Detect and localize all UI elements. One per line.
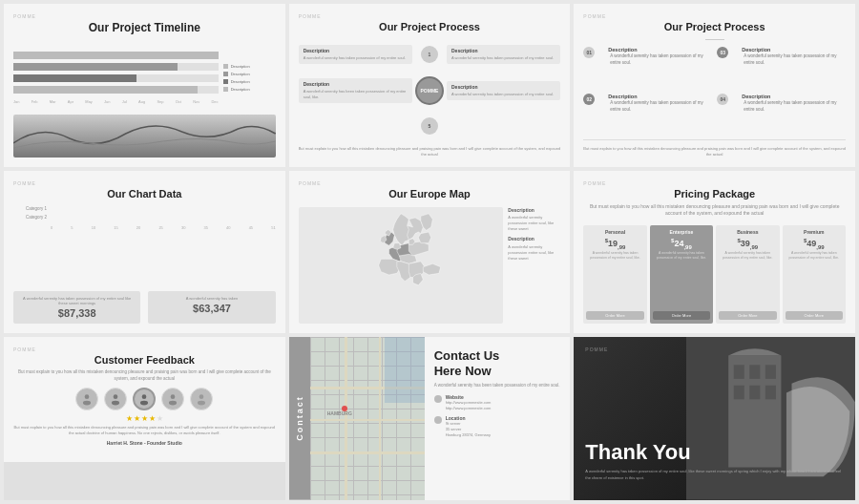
price-personal-label: Personal — [605, 229, 625, 235]
price-enterprise-value: $24,99 — [671, 238, 692, 250]
timeline-image — [13, 115, 276, 158]
process-circle-1: 1 — [421, 46, 438, 63]
feedback-content-wrapper: POMME Customer Feedback But must explain… — [13, 346, 276, 445]
website-icon — [434, 395, 442, 403]
stat-2-label: A wonderful serenity has taken — [153, 296, 270, 301]
svg-point-6 — [171, 394, 176, 399]
price-personal-value: $19,99 — [605, 238, 626, 250]
price-enterprise-btn[interactable]: Order More — [653, 311, 710, 320]
badge-03: 03 — [717, 47, 728, 58]
thankyou-body: A wonderful serenity has taken possessio… — [585, 469, 844, 481]
slide-5-title: Our Europe Map — [299, 188, 561, 200]
slide-customer-feedback: POMME Customer Feedback But must explain… — [4, 337, 285, 500]
svg-point-8 — [199, 394, 204, 399]
contact-info-panel: Contact UsHere Now A wonderful serenity … — [425, 337, 571, 500]
map-descriptions: Description A wonderful serenity possess… — [508, 207, 560, 325]
numbered-item-1: 01 Description A wonderful serenity has … — [583, 47, 712, 89]
svg-point-2 — [114, 394, 118, 399]
contact-desc: A wonderful serenity has been taken poss… — [434, 383, 561, 389]
feedback-background — [4, 462, 285, 500]
contact-title: Contact UsHere Now — [434, 348, 561, 378]
svg-rect-13 — [749, 366, 760, 380]
price-personal: Personal $19,99 A wonderful serenity has… — [583, 225, 646, 325]
svg-point-9 — [198, 401, 205, 406]
brand-label-3: POMME — [583, 13, 846, 19]
slide-europe-map: POMME Our Europe Map — [289, 171, 571, 334]
process-circle-5: 5 — [421, 117, 438, 135]
thankyou-brand: POMME — [585, 346, 608, 352]
process-bottom-text: But must explain to you how all this mis… — [299, 146, 561, 158]
numbered-process-grid: 01 Description A wonderful serenity has … — [583, 47, 846, 136]
svg-point-4 — [142, 394, 147, 399]
chart-axis: 05101520253035404551 — [13, 225, 276, 230]
map-content: Description A wonderful serenity possess… — [299, 207, 561, 325]
stat-box-2: A wonderful serenity has taken $63,347 — [148, 291, 275, 324]
feedback-avatars — [13, 388, 276, 410]
avatar-1 — [75, 388, 98, 410]
thankyou-text-block: Thank You A wonderful serenity has taken… — [585, 440, 844, 481]
badge-01: 01 — [583, 47, 595, 58]
price-premium-btn[interactable]: Order More — [786, 311, 843, 320]
chart-row-1: Category 1 — [13, 206, 276, 211]
slide-contact: Contact HAMBURG Contact UsHere Now A won… — [289, 337, 571, 500]
chart-stats: A wonderful serenity has taken possessio… — [13, 291, 276, 324]
svg-point-3 — [112, 401, 119, 406]
price-premium-label: Premium — [804, 229, 824, 235]
price-business-btn[interactable]: Order More — [719, 311, 776, 320]
badge-02: 02 — [583, 94, 595, 105]
slide-2-title: Our Project Process — [299, 21, 561, 32]
feedback-author: Harriet H. Stone - Founder Studio — [13, 440, 276, 446]
process-center-label: POMME — [415, 76, 444, 105]
process-box-2: Description A wonderful serenity has tak… — [447, 45, 560, 64]
svg-point-7 — [169, 401, 177, 406]
process-box-4: Description A wonderful serenity has tak… — [447, 81, 560, 100]
contact-website: Website http://www.pommesite.comhttp://w… — [434, 394, 561, 411]
feedback-quote-text: But must explain to you how all this mis… — [13, 425, 276, 437]
avatar-2 — [104, 388, 127, 410]
numbered-item-4: 04 Description A wonderful serenity has … — [717, 94, 846, 136]
slide-project-process-2: POMME Our Project Process 01 Description… — [574, 4, 855, 167]
feedback-subtitle: But must explain to you how all this mis… — [13, 369, 276, 383]
svg-point-1 — [83, 401, 91, 406]
price-enterprise-label: Enterprise — [670, 229, 694, 235]
avatar-3 — [133, 388, 156, 410]
brand-label-7: POMME — [13, 346, 276, 352]
legend-list: Description Description Description Desc… — [223, 41, 276, 115]
svg-rect-14 — [765, 366, 776, 380]
numbered-item-3: 03 Description A wonderful serenity has … — [717, 47, 846, 89]
brand-label-6: POMME — [583, 180, 846, 186]
process-3-bottom: But must explain to you how all this mis… — [583, 146, 846, 158]
price-premium: Premium $49,99 A wonderful serenity has … — [783, 225, 846, 325]
map-desc-2: Description A wonderful serenity possess… — [508, 236, 560, 262]
slide-4-title: Our Chart Data — [13, 188, 276, 200]
stat-1-label: A wonderful serenity has taken possessio… — [18, 296, 136, 305]
stat-1-value: $87,338 — [18, 307, 136, 319]
contact-location: Location St server35 serverHamburg 28374… — [434, 415, 561, 438]
stat-2-value: $63,347 — [153, 303, 270, 314]
slide-project-timeline: POMME Our Project Timeline Jan Feb Mar A… — [4, 4, 285, 167]
numbered-item-2: 02 Description A wonderful serenity has … — [583, 94, 712, 136]
brand-label-5: POMME — [299, 180, 561, 186]
svg-rect-15 — [734, 386, 744, 400]
avatar-5 — [190, 388, 213, 410]
process-box-3: Description A wonderful serenity has bee… — [299, 78, 412, 104]
price-business: Business $39,99 A wonderful serenity has… — [716, 225, 779, 325]
slide-3-title: Our Project Process — [583, 21, 846, 32]
contact-map: HAMBURG — [310, 337, 425, 500]
price-personal-btn[interactable]: Order More — [586, 311, 643, 320]
svg-rect-16 — [749, 386, 760, 400]
brand-label-4: POMME — [13, 180, 276, 186]
svg-point-0 — [85, 394, 90, 399]
svg-rect-12 — [734, 366, 744, 380]
slide-pricing: POMME Pricing Package But must explain t… — [574, 171, 855, 334]
timeline-bars: Jan Feb Mar Apr May Jun Jul Aug Sep Oct … — [13, 41, 219, 115]
price-business-value: $39,99 — [738, 238, 759, 250]
price-business-label: Business — [737, 229, 758, 235]
slide-thank-you: POMME Thank You A wonderful serenity has… — [574, 337, 855, 500]
badge-04: 04 — [717, 94, 728, 105]
pricing-grid: Personal $19,99 A wonderful serenity has… — [583, 225, 846, 325]
svg-point-5 — [140, 401, 148, 406]
price-enterprise: Enterprise $24,99 A wonderful serenity h… — [650, 225, 713, 325]
map-desc-1: Description A wonderful serenity possess… — [508, 207, 560, 233]
slide-project-process-1: POMME Our Project Process Description A … — [289, 4, 571, 167]
